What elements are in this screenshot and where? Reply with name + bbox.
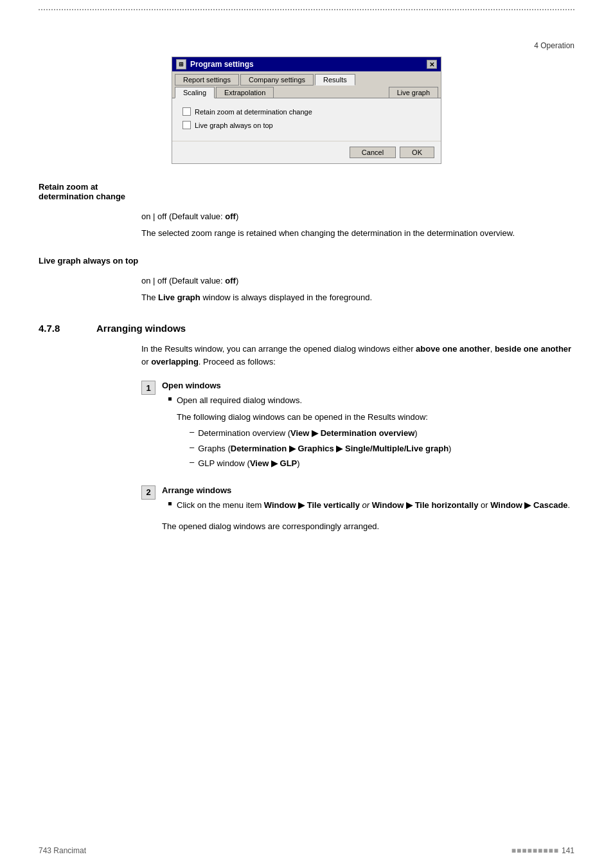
section-live-graph-heading-row: Live graph always on top — [39, 256, 574, 266]
section-retain-zoom: Retain zoom at determination change on |… — [39, 182, 574, 243]
checkbox-live-graph-row: Live graph always on top — [182, 121, 431, 129]
step-2-title: Arrange windows — [162, 485, 574, 495]
live-default-suffix: ) — [236, 276, 238, 285]
intro-bold1: above one another — [416, 344, 490, 354]
ok-button[interactable]: OK — [400, 147, 434, 158]
dialog-title-left: ⊞ Program settings — [176, 59, 254, 69]
chapter-intro: In the Results window, you can arrange t… — [141, 343, 574, 368]
dialog-titlebar: ⊞ Program settings ✕ — [172, 57, 441, 71]
step-1-bullet: Open all required dialog windows. The fo… — [168, 394, 574, 473]
live-default-prefix: on | off (Default value: — [141, 276, 225, 285]
live-default-bold: off — [225, 276, 236, 285]
tab-company-settings[interactable]: Company settings — [240, 74, 314, 86]
intro-4: . Proceed as follows: — [199, 357, 276, 366]
page-footer: 743 Rancimat ■■■■■■■■■ 141 — [39, 846, 574, 855]
section-live-graph: Live graph always on top on | off (Defau… — [39, 256, 574, 307]
dialog-tabs-area: Report settings Company settings Results… — [172, 71, 441, 98]
sub-item-2-text: Graphs (Determination ▶ Graphics ▶ Singl… — [198, 442, 451, 455]
dialog-window-icon: ⊞ — [176, 59, 186, 69]
section-retain-zoom-content — [141, 182, 574, 201]
checkbox-retain-zoom-row: Retain zoom at determination change — [182, 107, 431, 116]
step-2-bullet-text: Click on the menu item Window ▶ Tile ver… — [177, 499, 570, 512]
dialog-body: Retain zoom at determination change Live… — [172, 98, 441, 141]
page-number-block: ■■■■■■■■■ 141 — [511, 846, 574, 855]
sub-item-1-text: Determination overview (View ▶ Determina… — [198, 427, 417, 440]
step-1-content: Open windows Open all required dialog wi… — [162, 381, 574, 475]
tab-results[interactable]: Results — [315, 74, 355, 86]
intro-2: , — [490, 344, 495, 354]
step-2: 2 Arrange windows Click on the menu item… — [141, 485, 574, 537]
live-graph-description: The Live graph window is always displaye… — [141, 291, 574, 304]
step-1-sub-intro: The following dialog windows can be open… — [177, 411, 451, 424]
page-header-section: 4 Operation — [534, 41, 574, 50]
step-1-number: 1 — [141, 381, 155, 395]
sub-item-3: – GLP window (View ▶ GLP) — [190, 457, 451, 470]
page-num-dots: ■■■■■■■■■ — [511, 846, 559, 855]
checkbox-live-graph-label: Live graph always on top — [195, 122, 273, 129]
tabs-row-2: Scaling Extrapolation Live graph — [172, 85, 441, 98]
checkbox-retain-zoom[interactable] — [182, 107, 191, 116]
live-graph-default: on | off (Default value: off) — [141, 275, 574, 287]
live-graph-heading: Live graph always on top — [39, 256, 138, 266]
retain-default-prefix: on | off (Default value: — [141, 212, 225, 221]
sub-dash-3: – — [190, 457, 194, 467]
chapter-heading: 4.7.8 Arranging windows — [39, 323, 574, 334]
section-live-graph-default-row: on | off (Default value: off) The Live g… — [39, 275, 574, 307]
live-desc-1: The — [141, 293, 158, 302]
tab-report-settings[interactable]: Report settings — [175, 74, 239, 86]
chapter-title: Arranging windows — [96, 323, 186, 334]
section-retain-zoom-heading-row: Retain zoom at determination change — [39, 182, 574, 201]
intro-3: or — [141, 357, 151, 366]
step-1-sub-list: – Determination overview (View ▶ Determi… — [190, 427, 451, 470]
sub-item-1: – Determination overview (View ▶ Determi… — [190, 427, 451, 440]
chapter-intro-row: In the Results window, you can arrange t… — [39, 343, 574, 372]
live-desc-2: window is always displayed in the foregr… — [200, 293, 372, 302]
footer-product: 743 Rancimat — [39, 846, 86, 855]
step-2-number: 2 — [141, 485, 155, 500]
intro-bold2: beside one another — [495, 344, 571, 354]
steps-container: 1 Open windows Open all required dialog … — [141, 381, 574, 537]
sub-dash-1: – — [190, 427, 194, 437]
section-live-graph-label: Live graph always on top — [39, 256, 141, 266]
sub-dash-2: – — [190, 442, 194, 452]
tab-extrapolation[interactable]: Extrapolation — [216, 87, 274, 98]
dialog-title-text: Program settings — [190, 60, 254, 69]
sub-item-2: – Graphs (Determination ▶ Graphics ▶ Sin… — [190, 442, 451, 455]
top-decoration-line — [39, 9, 574, 10]
tab-scaling[interactable]: Scaling — [175, 87, 215, 98]
step-1-title: Open windows — [162, 381, 574, 390]
tabs-row-1: Report settings Company settings Results — [172, 71, 441, 85]
live-desc-bold: Live graph — [158, 293, 200, 302]
checkbox-retain-zoom-label: Retain zoom at determination change — [195, 108, 312, 116]
checkbox-live-graph[interactable] — [182, 121, 191, 129]
dialog-close-button[interactable]: ✕ — [427, 60, 437, 69]
retain-default-bold: off — [225, 212, 236, 221]
program-settings-dialog: ⊞ Program settings ✕ Report settings Com… — [172, 57, 441, 164]
section-retain-zoom-default-row: on | off (Default value: off) The select… — [39, 210, 574, 243]
cancel-button[interactable]: Cancel — [350, 147, 396, 158]
bullet-square-2 — [168, 502, 172, 505]
step-2-content: Arrange windows Click on the menu item W… — [162, 485, 574, 537]
step-2-bullet: Click on the menu item Window ▶ Tile ver… — [168, 499, 574, 516]
dialog-footer: Cancel OK — [172, 141, 441, 163]
intro-1: In the Results window, you can arrange t… — [141, 344, 416, 354]
chapter-number: 4.7.8 — [39, 323, 96, 334]
tab-live-graph[interactable]: Live graph — [389, 87, 438, 98]
step-1-bullet-text: Open all required dialog windows. — [177, 394, 451, 407]
retain-zoom-heading: Retain zoom at determination change — [39, 182, 125, 201]
retain-default-suffix: ) — [236, 212, 238, 221]
step-2-footer-text: The opened dialog windows are correspond… — [162, 520, 574, 533]
bullet-square-1 — [168, 397, 172, 401]
page-number: 141 — [562, 846, 574, 855]
step-1: 1 Open windows Open all required dialog … — [141, 381, 574, 475]
intro-bold3: overlapping — [151, 357, 199, 366]
section-retain-zoom-label: Retain zoom at determination change — [39, 182, 141, 201]
retain-zoom-description: The selected zoom range is retained when… — [141, 227, 574, 240]
retain-zoom-default: on | off (Default value: off) — [141, 210, 574, 223]
sub-item-3-text: GLP window (View ▶ GLP) — [198, 457, 299, 470]
dialog-wrapper: ⊞ Program settings ✕ Report settings Com… — [39, 57, 574, 164]
